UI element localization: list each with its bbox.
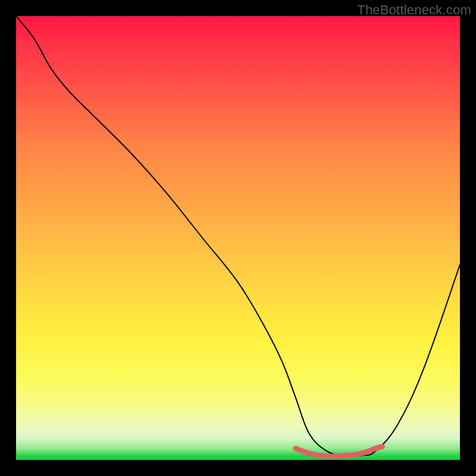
chart-container: TheBottleneck.com <box>0 0 476 476</box>
main-curve <box>16 16 460 456</box>
watermark-text: TheBottleneck.com <box>357 2 471 18</box>
chart-svg <box>16 16 460 460</box>
